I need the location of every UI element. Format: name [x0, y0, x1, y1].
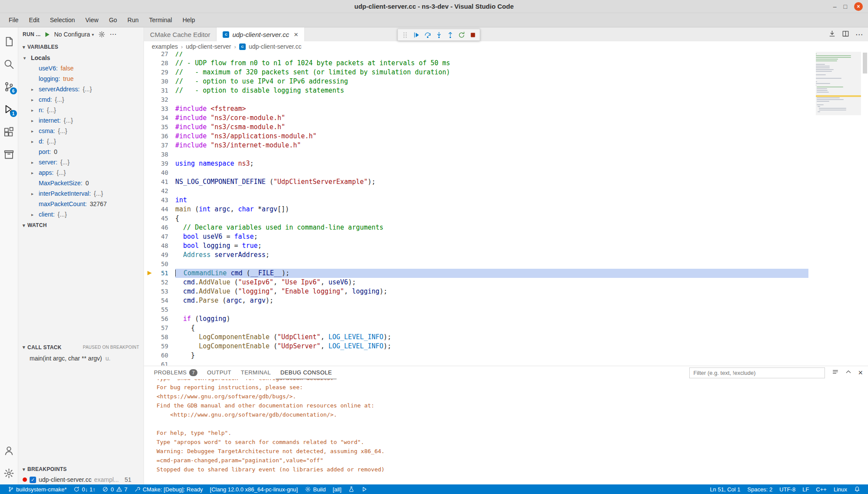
variable-row[interactable]: maxPacketCount:32767: [18, 199, 144, 209]
code-line[interactable]: 31// - option to disable logging stateme…: [144, 86, 808, 95]
line-gutter[interactable]: 42: [144, 187, 175, 196]
line-gutter[interactable]: 35: [144, 123, 175, 132]
code-line[interactable]: 32: [144, 95, 808, 104]
variable-row[interactable]: ▸n:{...}: [18, 105, 144, 115]
code-line[interactable]: 51 CommandLine cmd (__FILE__);: [144, 269, 808, 278]
code-line[interactable]: 43int: [144, 196, 808, 205]
notifications-button[interactable]: [851, 484, 864, 494]
continue-icon[interactable]: [411, 30, 421, 40]
extensions-icon[interactable]: [0, 120, 18, 143]
close-tab-icon[interactable]: ×: [294, 31, 298, 38]
code-line[interactable]: 39using namespace ns3;: [144, 159, 808, 168]
variables-section-header[interactable]: ▾ VARIABLES: [18, 41, 144, 53]
code-line[interactable]: 61: [144, 360, 808, 366]
close-panel-icon[interactable]: ×: [858, 369, 863, 377]
cmake-status[interactable]: CMake: [Debug]: Ready: [131, 484, 207, 494]
code-line[interactable]: 44main (int argc, char *argv[]): [144, 205, 808, 214]
code-line[interactable]: 30// - option to use IPv4 or IPv6 addres…: [144, 77, 808, 86]
tab-debug-console[interactable]: DEBUG CONSOLE: [276, 366, 337, 379]
line-gutter[interactable]: 37: [144, 141, 175, 150]
menu-go[interactable]: Go: [103, 13, 122, 27]
call-stack-section-header[interactable]: ▾ CALL STACK PAUSED ON BREAKPOINT: [18, 342, 144, 353]
maximize-panel-icon[interactable]: [845, 368, 852, 377]
explorer-icon[interactable]: [0, 30, 18, 53]
line-gutter[interactable]: 32: [144, 95, 175, 104]
variable-row[interactable]: MaxPacketSize:0: [18, 178, 144, 188]
code-line[interactable]: 42: [144, 187, 808, 196]
menu-help[interactable]: Help: [177, 13, 200, 27]
launch-status[interactable]: [358, 484, 371, 494]
cursor-position[interactable]: Ln 51, Col 1: [706, 484, 744, 494]
problems-status[interactable]: 0 7: [99, 484, 130, 494]
line-gutter[interactable]: 40: [144, 168, 175, 177]
line-gutter[interactable]: 44: [144, 205, 175, 214]
code-line[interactable]: 36#include "ns3/applications-module.h": [144, 132, 808, 141]
settings-gear-icon[interactable]: [0, 462, 18, 484]
download-icon[interactable]: [828, 30, 836, 39]
code-line[interactable]: 38: [144, 150, 808, 159]
code-line[interactable]: 46 // Declare variables used in command-…: [144, 223, 808, 232]
maximize-button[interactable]: □: [844, 3, 847, 10]
line-gutter[interactable]: 29: [144, 68, 175, 77]
code-line[interactable]: 45{: [144, 214, 808, 223]
line-gutter[interactable]: 54: [144, 296, 175, 305]
menu-view[interactable]: View: [80, 13, 103, 27]
variable-row[interactable]: ▸d:{...}: [18, 136, 144, 147]
line-gutter[interactable]: 49: [144, 250, 175, 260]
code-line[interactable]: 53 cmd.AddValue ("logging", "Enable logg…: [144, 287, 808, 296]
code-line[interactable]: 27//: [144, 52, 808, 59]
line-gutter[interactable]: 58: [144, 333, 175, 342]
menu-terminal[interactable]: Terminal: [144, 13, 177, 27]
debug-config-dropdown[interactable]: No Configura ▾: [54, 31, 94, 38]
panel-menu-icon[interactable]: [832, 368, 839, 377]
code-line[interactable]: 40: [144, 168, 808, 177]
split-editor-icon[interactable]: [842, 30, 849, 39]
tab-udp-client-server[interactable]: C udp-client-server.cc ×: [217, 27, 304, 41]
debug-settings-gear-icon[interactable]: [98, 31, 105, 38]
line-gutter[interactable]: 38: [144, 150, 175, 159]
line-gutter[interactable]: 57: [144, 324, 175, 333]
breadcrumb-item[interactable]: udp-client-server: [186, 43, 231, 50]
console-filter-input[interactable]: [689, 367, 825, 378]
line-gutter[interactable]: 39: [144, 159, 175, 168]
variable-row[interactable]: ▸csma:{...}: [18, 126, 144, 136]
code-line[interactable]: 28// - UDP flow from n0 to n1 of 1024 by…: [144, 59, 808, 68]
line-gutter[interactable]: 46: [144, 223, 175, 232]
more-actions-icon[interactable]: ⋯: [855, 31, 863, 38]
line-gutter[interactable]: 31: [144, 86, 175, 95]
variable-row[interactable]: ▸server:{...}: [18, 157, 144, 167]
variable-row[interactable]: ▸client:{...}: [18, 209, 144, 220]
line-gutter[interactable]: 52: [144, 278, 175, 287]
run-and-debug-icon[interactable]: 1: [0, 98, 18, 120]
cmake-kit[interactable]: [Clang 12.0.0 x86_64-pc-linux-gnu]: [207, 484, 301, 494]
watch-section-header[interactable]: ▾ WATCH: [18, 220, 144, 231]
step-into-icon[interactable]: [434, 30, 444, 40]
line-gutter[interactable]: 45: [144, 214, 175, 223]
step-out-icon[interactable]: [445, 30, 455, 40]
encoding-setting[interactable]: UTF-8: [776, 484, 799, 494]
code-line[interactable]: 59 LogComponentEnable ("UdpServer", LOG_…: [144, 342, 808, 351]
language-mode[interactable]: C++: [812, 484, 830, 494]
breakpoint-item[interactable]: ✓ udp-client-server.cc exampl... 51: [18, 475, 144, 484]
code-line[interactable]: 49 Address serverAddress;: [144, 250, 808, 260]
line-gutter[interactable]: 59: [144, 342, 175, 351]
stack-frame[interactable]: main(int argc, char ** argv) u.: [18, 353, 144, 364]
code-line[interactable]: 35#include "ns3/csma-module.h": [144, 123, 808, 132]
start-debug-button[interactable]: [44, 31, 50, 38]
code-line[interactable]: 54 cmd.Parse (argc, argv);: [144, 296, 808, 305]
line-gutter[interactable]: 47: [144, 232, 175, 241]
line-gutter[interactable]: 53: [144, 287, 175, 296]
line-gutter[interactable]: 60: [144, 351, 175, 360]
account-icon[interactable]: [0, 439, 18, 462]
variable-row[interactable]: ▸serverAddress:{...}: [18, 84, 144, 94]
scope-locals[interactable]: ▾Locals: [18, 53, 144, 63]
eol-setting[interactable]: LF: [799, 484, 812, 494]
line-gutter[interactable]: 51: [144, 269, 175, 278]
code-line[interactable]: 55: [144, 305, 808, 314]
code-line[interactable]: 37#include "ns3/internet-module.h": [144, 141, 808, 150]
code-line[interactable]: 56 if (logging): [144, 314, 808, 324]
cmake-build-button[interactable]: Build: [301, 484, 329, 494]
breadcrumb-item[interactable]: udp-client-server.cc: [249, 43, 301, 50]
package-icon[interactable]: [0, 143, 18, 166]
line-gutter[interactable]: 56: [144, 314, 175, 324]
